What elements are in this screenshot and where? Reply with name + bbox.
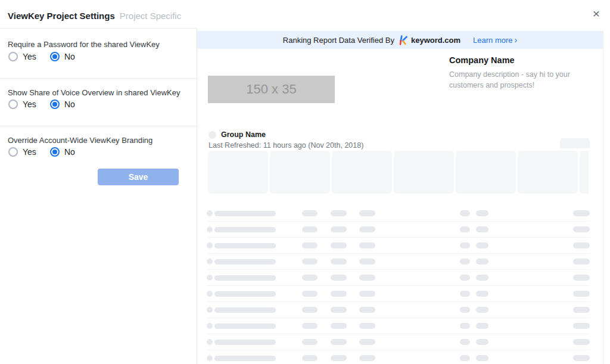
radio-label: No [64,147,75,157]
learn-more-label: Learn more [473,36,512,45]
radio-icon[interactable] [50,52,60,61]
placeholder-card [580,151,589,194]
radio-icon[interactable] [50,99,60,109]
metric-placeholder [476,307,488,313]
metric-placeholder [359,339,375,345]
metric-placeholder [331,355,347,361]
placeholder-card [518,151,578,194]
metric-placeholder [476,291,488,297]
radio-label: Yes [23,99,36,109]
row-bullet-placeholder [207,355,213,361]
metric-placeholder [573,275,590,281]
metric-placeholder [476,355,488,361]
metric-placeholder [331,291,347,297]
keyword-text-placeholder [214,323,276,329]
metric-placeholder [302,275,318,281]
row-bullet-placeholder [207,242,213,248]
metric-placeholder [359,226,375,232]
setting-branding-label: Override Account-Wide ViewKey Branding [8,136,152,145]
radio-option-no[interactable]: No [50,147,75,157]
radio-icon[interactable] [8,99,18,109]
keyword-text-placeholder [214,259,276,265]
metric-placeholder [359,275,375,281]
table-row [207,254,590,270]
metric-placeholder [302,339,318,345]
metric-placeholder [460,323,470,329]
metric-placeholder [331,275,347,281]
radio-icon[interactable] [8,52,18,61]
metric-placeholder [302,226,318,232]
radio-label: No [64,99,75,109]
metric-placeholder [573,323,590,329]
settings-subtitle: Project Specific [120,11,181,21]
keyword-brand: keyword.com [399,35,460,45]
metric-placeholder [460,259,470,265]
row-bullet-placeholder [207,291,213,297]
divider [0,78,197,79]
metric-placeholder [331,307,347,313]
keyword-cards-strip [208,151,589,194]
metric-placeholder [476,210,488,216]
save-button[interactable]: Save [98,169,179,185]
metric-placeholder [460,275,470,281]
placeholder-card [270,151,330,194]
row-bullet-placeholder [207,339,213,345]
metric-placeholder [302,355,318,361]
setting-password-label: Require a Password for the shared ViewKe… [8,40,160,49]
metric-placeholder [573,339,590,345]
metric-placeholder [302,307,318,313]
radio-option-no[interactable]: No [50,99,75,109]
metric-placeholder [573,210,590,216]
metric-placeholder [573,307,590,313]
metric-placeholder [476,339,488,345]
keyword-text-placeholder [214,275,276,281]
metric-placeholder [302,210,318,216]
setting-password-options: Yes No [8,52,75,61]
table-row [207,270,590,286]
radio-option-no[interactable]: No [50,52,75,61]
metric-placeholder [573,355,590,361]
metric-placeholder [573,242,590,248]
viewkey-settings-modal: × ViewKey Project SettingsProject Specif… [0,0,610,364]
metric-placeholder [476,259,488,265]
metric-placeholder [359,210,375,216]
verified-banner: Ranking Report Data Verified By keyword.… [197,31,603,49]
table-row [207,334,590,350]
chevron-right-icon: › [515,36,518,44]
radio-option-yes[interactable]: Yes [8,147,50,157]
placeholder-card [456,151,516,194]
divider [0,126,197,126]
metric-placeholder [331,210,347,216]
row-bullet-placeholder [207,275,213,281]
metric-placeholder [476,242,488,248]
metric-placeholder [359,323,375,329]
metric-placeholder [331,226,347,232]
placeholder-card [208,151,268,194]
metric-placeholder [359,242,375,248]
radio-option-yes[interactable]: Yes [8,52,50,61]
metric-placeholder [476,323,488,329]
metric-placeholder [573,226,590,232]
table-row [207,350,590,364]
keyword-brand-name: keyword.com [411,36,460,45]
row-bullet-placeholder [207,226,213,232]
metric-placeholder [331,323,347,329]
radio-option-yes[interactable]: Yes [8,99,50,109]
keyword-text-placeholder [214,307,276,313]
metric-placeholder [460,339,470,345]
keyword-text-placeholder [214,340,276,345]
verified-banner-text: Ranking Report Data Verified By [283,36,394,45]
metric-placeholder [476,226,488,232]
metric-placeholder [302,291,318,297]
keyword-text-placeholder [214,211,276,216]
learn-more-link[interactable]: Learn more › [473,36,517,45]
keyword-text-placeholder [214,356,276,361]
panel-right-border [603,31,603,364]
settings-title: ViewKey Project Settings [8,11,115,21]
radio-label: No [64,52,75,61]
radio-icon[interactable] [8,147,18,157]
metric-placeholder [359,307,375,313]
close-icon[interactable]: × [593,7,600,20]
radio-icon[interactable] [50,147,60,157]
row-bullet-placeholder [207,259,213,265]
